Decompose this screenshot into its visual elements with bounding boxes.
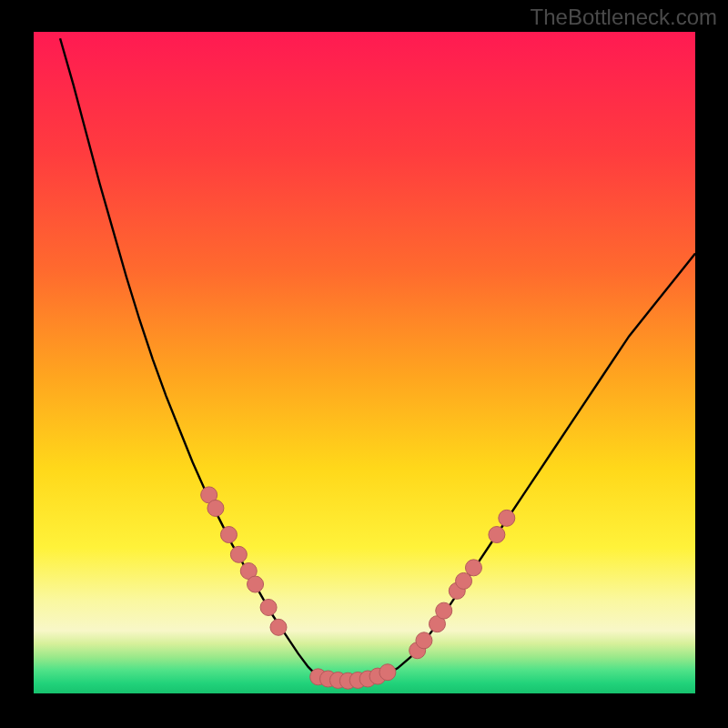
frame-left bbox=[0, 0, 34, 728]
data-marker bbox=[248, 576, 264, 592]
data-marker bbox=[465, 560, 481, 576]
bottleneck-chart bbox=[0, 0, 728, 728]
watermark-text: TheBottleneck.com bbox=[531, 5, 717, 30]
frame-bottom bbox=[0, 693, 728, 728]
data-marker bbox=[230, 546, 247, 562]
plot-background bbox=[34, 32, 695, 693]
data-marker bbox=[489, 527, 505, 543]
data-marker bbox=[220, 527, 237, 543]
data-marker bbox=[499, 510, 515, 526]
data-marker bbox=[270, 619, 287, 635]
data-marker bbox=[436, 602, 452, 619]
data-marker bbox=[260, 599, 277, 615]
data-marker bbox=[416, 632, 432, 649]
data-marker bbox=[207, 500, 224, 516]
data-marker bbox=[379, 664, 396, 681]
frame-right bbox=[695, 0, 728, 728]
